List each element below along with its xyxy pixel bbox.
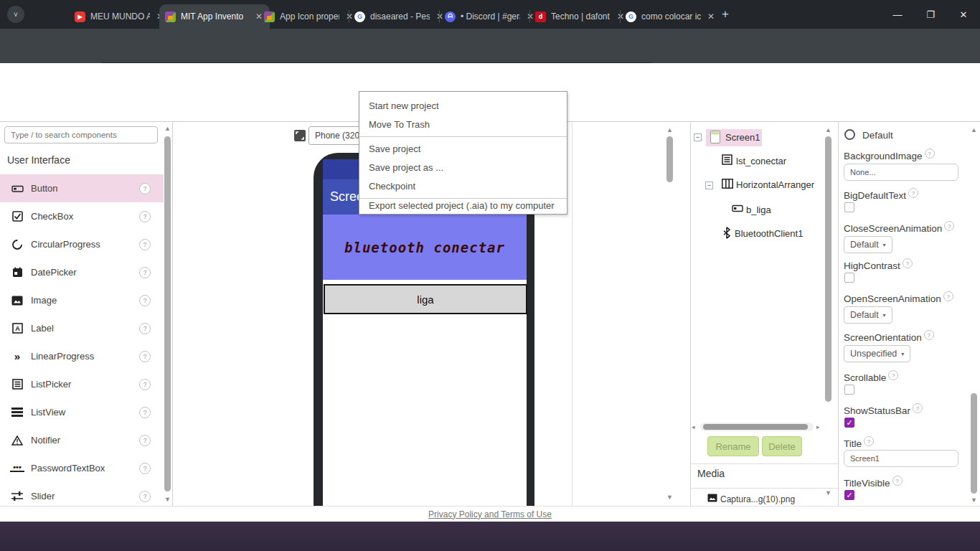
tab-meu-mundo[interactable]: ▶ MEU MUNDO A ✕ <box>69 4 171 29</box>
tree-item-bluetoothclient1[interactable]: BluetoothClient1 <box>735 228 803 239</box>
scroll-left-icon[interactable]: ◂ <box>692 423 695 430</box>
closescreenanimation-select[interactable]: Default▾ <box>844 236 892 253</box>
privacy-terms-link[interactable]: Privacy Policy and Terms of Use <box>428 509 552 519</box>
help-icon[interactable]: ? <box>139 183 151 194</box>
liga-button-component[interactable]: liga <box>324 284 527 314</box>
panel-divider <box>838 122 839 506</box>
palette-search-input[interactable] <box>4 126 158 143</box>
help-icon[interactable]: ? <box>903 258 913 268</box>
menu-item-move-to-trash[interactable]: Move To Trash <box>359 115 567 133</box>
scrollable-checkbox[interactable] <box>844 385 854 395</box>
help-icon[interactable]: ? <box>888 370 898 380</box>
tab-como-colocar[interactable]: G como colocar ic ✕ <box>620 4 722 29</box>
media-file-name[interactable]: Captura...g(10).png <box>720 494 795 504</box>
openscreenanimation-select[interactable]: Default▾ <box>844 306 892 324</box>
viewer-divider <box>572 122 573 506</box>
palette-item-checkbox[interactable]: CheckBox ? <box>0 202 164 230</box>
help-icon[interactable]: ? <box>943 291 953 301</box>
properties-scrollbar[interactable] <box>971 393 977 494</box>
help-icon[interactable]: ? <box>925 149 935 159</box>
palette-item-slider[interactable]: Slider ? <box>0 482 164 506</box>
components-scrollbar[interactable] <box>825 136 831 402</box>
tab-mit-app-inventor[interactable]: MIT App Invento ✕ <box>159 4 270 29</box>
help-icon[interactable]: ? <box>139 267 151 278</box>
window-close-icon[interactable]: ✕ <box>947 0 980 29</box>
titlevisible-checkbox[interactable] <box>844 490 854 500</box>
help-icon[interactable]: ? <box>892 476 903 486</box>
palette-item-notifier[interactable]: Notifier ? <box>0 426 164 454</box>
menu-item-export-project[interactable]: Export selected project (.aia) to my com… <box>359 197 567 214</box>
scroll-up-icon[interactable]: ▲ <box>164 125 171 132</box>
menu-item-save-project[interactable]: Save project <box>359 139 567 158</box>
collapse-icon[interactable]: − <box>694 133 702 141</box>
tree-item-lst-conectar[interactable]: lst_conectar <box>736 156 786 166</box>
help-icon[interactable]: ? <box>944 221 954 231</box>
palette-item-passwordtextbox[interactable]: ••• PasswordTextBox ? <box>0 454 164 482</box>
tab-search-chevron-icon[interactable]: ˅ <box>7 6 24 23</box>
tree-item-screen1[interactable]: Screen1 <box>725 132 760 143</box>
tree-item-horizontalarranger[interactable]: HorizontalArranger <box>736 179 814 190</box>
palette-item-datepicker[interactable]: DatePicker ? <box>0 258 164 286</box>
palette-item-image[interactable]: Image ? <box>0 286 164 314</box>
viewer-scrollbar[interactable] <box>666 136 673 182</box>
scroll-down-icon[interactable]: ▼ <box>164 496 171 503</box>
scroll-down-icon[interactable]: ▼ <box>825 489 831 496</box>
showstatusbar-checkbox[interactable] <box>844 418 854 428</box>
help-icon[interactable]: ? <box>913 403 923 413</box>
tab-separator <box>529 10 530 23</box>
scroll-down-icon[interactable]: ▼ <box>971 496 977 504</box>
help-icon[interactable]: ? <box>139 295 151 306</box>
help-icon[interactable]: ? <box>139 491 151 502</box>
palette-item-button[interactable]: Button ? <box>0 174 164 202</box>
scroll-up-icon[interactable]: ▲ <box>825 126 831 133</box>
tab-disaeared[interactable]: G disaeared - Pesq ✕ <box>349 4 451 29</box>
rename-button[interactable]: Rename <box>707 436 759 456</box>
menu-item-start-new-project[interactable]: Start new project <box>359 96 567 115</box>
highcontrast-checkbox[interactable] <box>844 273 854 283</box>
help-icon[interactable]: ? <box>139 379 151 390</box>
image-icon <box>10 296 24 306</box>
window-maximize-icon[interactable]: ❐ <box>914 0 947 29</box>
theme-default-radio[interactable] <box>844 129 855 140</box>
palette-item-listpicker[interactable]: ListPicker ? <box>0 370 164 398</box>
scroll-down-icon[interactable]: ▼ <box>666 494 673 501</box>
tab-separator <box>439 10 440 23</box>
palette-item-listview[interactable]: ListView ? <box>0 398 164 426</box>
menu-item-checkpoint[interactable]: Checkpoint <box>359 176 567 195</box>
tree-item-b-liga[interactable]: b_liga <box>746 204 771 215</box>
delete-button[interactable]: Delete <box>762 436 802 456</box>
help-icon[interactable]: ? <box>924 330 934 340</box>
new-tab-icon[interactable]: + <box>722 7 729 22</box>
help-icon[interactable]: ? <box>139 323 151 334</box>
help-icon[interactable]: ? <box>139 463 151 474</box>
palette-scrollbar[interactable] <box>164 136 171 491</box>
scroll-right-icon[interactable]: ▸ <box>816 423 820 430</box>
bigdefaulttext-checkbox[interactable] <box>844 202 854 212</box>
list-view-icon <box>10 408 24 417</box>
components-h-scrollbar[interactable] <box>703 424 808 430</box>
help-icon[interactable]: ? <box>139 435 151 446</box>
bluetooth-label-component[interactable]: bluetooth conectar <box>323 215 527 280</box>
help-icon[interactable]: ? <box>864 436 874 446</box>
help-icon[interactable]: ? <box>139 239 151 250</box>
palette-item-circularprogress[interactable]: CircularProgress ? <box>0 230 164 258</box>
tab-discord[interactable]: ᗣ • Discord | #gera ✕ <box>439 4 541 29</box>
expand-viewer-icon[interactable] <box>294 130 306 141</box>
help-icon[interactable]: ? <box>908 188 918 198</box>
help-icon[interactable]: ? <box>139 407 151 418</box>
collapse-icon[interactable]: − <box>705 182 713 189</box>
title-input[interactable] <box>844 450 958 467</box>
palette-item-label[interactable]: A Label ? <box>0 314 164 342</box>
tab-app-icon[interactable]: App Icon proper ✕ <box>258 4 360 29</box>
window-minimize-icon[interactable]: — <box>881 0 914 29</box>
palette-item-linearprogress[interactable]: » LinearProgress ? <box>0 342 164 370</box>
menu-item-save-project-as[interactable]: Save project as ... <box>359 158 567 176</box>
help-icon[interactable]: ? <box>139 211 151 222</box>
screenorientation-select[interactable]: Unspecified▾ <box>844 345 910 362</box>
tab-techno-dafont[interactable]: d Techno | dafont ✕ <box>529 4 631 29</box>
scroll-up-icon[interactable]: ▲ <box>971 126 977 133</box>
scroll-up-icon[interactable]: ▲ <box>666 126 673 133</box>
help-icon[interactable]: ? <box>139 351 151 362</box>
backgroundimage-input[interactable] <box>844 164 958 181</box>
tab-close-icon[interactable]: ✕ <box>706 11 716 22</box>
